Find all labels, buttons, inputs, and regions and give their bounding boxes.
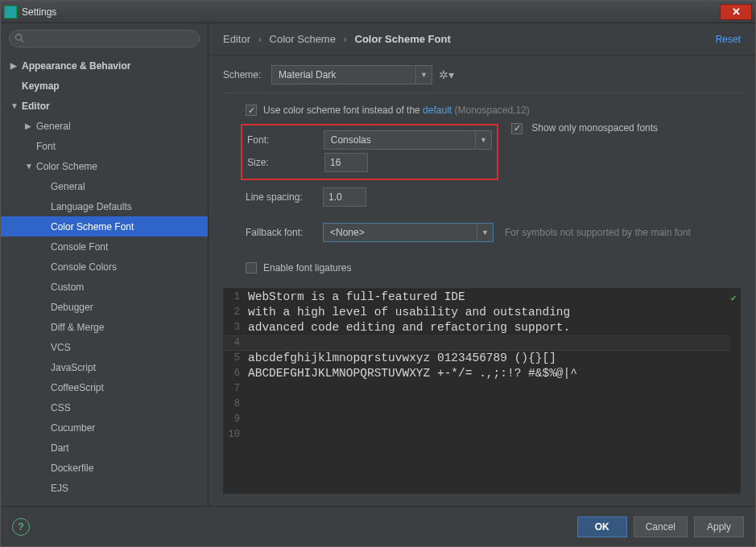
dialog-footer: ? OK Cancel Apply	[1, 506, 755, 546]
chevron-down-icon: ▼	[475, 131, 491, 149]
tree-item[interactable]: Cucumber	[1, 417, 208, 438]
settings-tree[interactable]: ▶Appearance & BehaviorKeymap▼Editor▶Gene…	[1, 52, 208, 506]
app-icon	[4, 6, 17, 19]
apply-button[interactable]: Apply	[694, 516, 744, 537]
close-icon: ✕	[732, 6, 741, 17]
tree-item[interactable]: Font	[1, 136, 208, 156]
tree-item[interactable]: CSS	[1, 397, 208, 417]
ligatures-checkbox[interactable]	[246, 262, 257, 274]
svg-line-1	[21, 39, 23, 42]
tree-item-label: Console Colors	[51, 261, 117, 273]
tree-item[interactable]: Diff & Merge	[1, 317, 208, 337]
font-value: Consolas	[324, 134, 475, 146]
fallback-hint: For symbols not supported by the main fo…	[505, 227, 691, 238]
tree-item-label: VCS	[51, 342, 71, 353]
tree-item-label: EJS	[51, 483, 68, 494]
fallback-value: <None>	[324, 227, 477, 238]
chevron-down-icon: ▼	[477, 224, 493, 241]
tree-item-label: Dart	[51, 442, 69, 454]
scheme-select[interactable]: Material Dark ▼	[271, 65, 432, 84]
fallback-label: Fallback font:	[246, 227, 323, 238]
tree-item[interactable]: Dart	[1, 438, 208, 458]
tree-item-label: Editor	[22, 101, 50, 112]
fallback-select[interactable]: <None> ▼	[323, 223, 494, 242]
gear-icon[interactable]: ✲▾	[439, 68, 454, 81]
tree-item[interactable]: Keymap	[1, 76, 208, 96]
sidebar: ▶Appearance & BehaviorKeymap▼Editor▶Gene…	[1, 23, 209, 506]
svg-point-0	[16, 35, 22, 40]
chevron-right-icon: ›	[344, 33, 347, 45]
linespacing-label: Line spacing:	[246, 191, 323, 203]
tree-item[interactable]: Debugger	[1, 297, 208, 317]
breadcrumb-colorscheme[interactable]: Color Scheme	[270, 33, 336, 45]
tree-item[interactable]: Color Scheme Font	[1, 216, 208, 236]
close-button[interactable]: ✕	[720, 4, 752, 20]
tree-item-label: Keymap	[22, 80, 60, 92]
default-link[interactable]: default	[423, 105, 452, 116]
tree-item[interactable]: Custom	[1, 277, 208, 297]
linespacing-input[interactable]: 1.0	[323, 187, 366, 207]
tree-item-label: Color Scheme Font	[51, 221, 134, 232]
tree-item-label: Debugger	[51, 302, 93, 313]
tree-item[interactable]: General	[1, 176, 208, 196]
tree-item-label: Dockerfile	[51, 463, 93, 474]
cancel-button[interactable]: Cancel	[634, 516, 688, 537]
help-button[interactable]: ?	[12, 518, 30, 536]
main-panel: Scheme: Material Dark ▼ ✲▾ Use color sch…	[209, 56, 755, 506]
breadcrumb: Editor › Color Scheme › Color Scheme Fon…	[223, 33, 716, 45]
tree-item-label: Language Defaults	[51, 201, 132, 212]
settings-window: Settings ✕ ▶Appearance & BehaviorKeymap▼…	[0, 0, 756, 547]
ok-button[interactable]: OK	[577, 516, 627, 537]
show-monospaced-checkbox[interactable]	[511, 123, 523, 134]
tree-item[interactable]: EJS	[1, 478, 208, 498]
preview-code[interactable]: WebStorm is a full-featured IDE with a h…	[248, 289, 725, 493]
gutter: 1 2 3 4 5 6 7 8 9 10	[224, 289, 245, 493]
window-title: Settings	[22, 6, 720, 18]
tree-item[interactable]: VCS	[1, 337, 208, 357]
tree-item-label: Cucumber	[51, 422, 95, 434]
inspection-ok-icon: ✔	[731, 291, 737, 306]
chevron-right-icon: ›	[258, 33, 262, 45]
scheme-label: Scheme:	[223, 69, 271, 80]
search-icon	[14, 33, 25, 43]
tree-item-label: CoffeeScript	[51, 382, 104, 393]
tree-item-label: Appearance & Behavior	[22, 60, 130, 72]
titlebar[interactable]: Settings ✕	[1, 1, 755, 23]
scheme-value: Material Dark	[272, 69, 415, 80]
tree-item[interactable]: CoffeeScript	[1, 377, 208, 397]
size-label: Size:	[247, 157, 324, 168]
tree-item[interactable]: Console Colors	[1, 257, 208, 277]
tree-item[interactable]: Language Defaults	[1, 196, 208, 216]
font-select[interactable]: Consolas ▼	[324, 130, 492, 150]
size-input[interactable]: 16	[324, 153, 368, 172]
font-preview[interactable]: 1 2 3 4 5 6 7 8 9 10 WebStorm is a full-…	[223, 288, 741, 494]
tree-item[interactable]: ▼Editor	[1, 96, 208, 116]
use-scheme-font-checkbox[interactable]	[246, 105, 257, 116]
highlight-box: Font: Consolas ▼ Size: 16	[241, 124, 498, 180]
tree-item-label: Diff & Merge	[51, 322, 104, 333]
tree-item[interactable]: JavaScript	[1, 357, 208, 377]
ligatures-label: Enable font ligatures	[263, 262, 351, 274]
tree-item[interactable]: Dockerfile	[1, 458, 208, 478]
use-scheme-font-label: Use color scheme font instead of the def…	[263, 105, 530, 116]
chevron-right-icon: ▶	[10, 61, 19, 70]
tree-item-label: Custom	[51, 282, 84, 293]
tree-item-label: Color Scheme	[36, 161, 97, 172]
tree-item[interactable]: ▶Appearance & Behavior	[1, 56, 208, 76]
tree-item[interactable]: ▼Color Scheme	[1, 156, 208, 176]
reset-link[interactable]: Reset	[716, 34, 741, 45]
show-monospaced-label: Show only monospaced fonts	[531, 122, 658, 134]
tree-item-label: Console Font	[51, 241, 108, 253]
breadcrumb-current: Color Scheme Font	[355, 33, 451, 45]
search-input[interactable]	[9, 30, 200, 47]
chevron-down-icon: ▼	[415, 66, 432, 84]
breadcrumb-editor[interactable]: Editor	[223, 33, 250, 45]
chevron-right-icon: ▶	[25, 121, 33, 130]
tree-item[interactable]: ▶General	[1, 116, 208, 136]
tree-item-label: Font	[36, 141, 56, 152]
tree-item-label: JavaScript	[51, 362, 96, 373]
tree-item[interactable]: Console Font	[1, 236, 208, 257]
search-box[interactable]	[9, 30, 200, 47]
tree-item-label: General	[51, 181, 85, 192]
breadcrumb-bar: Editor › Color Scheme › Color Scheme Fon…	[209, 23, 755, 56]
